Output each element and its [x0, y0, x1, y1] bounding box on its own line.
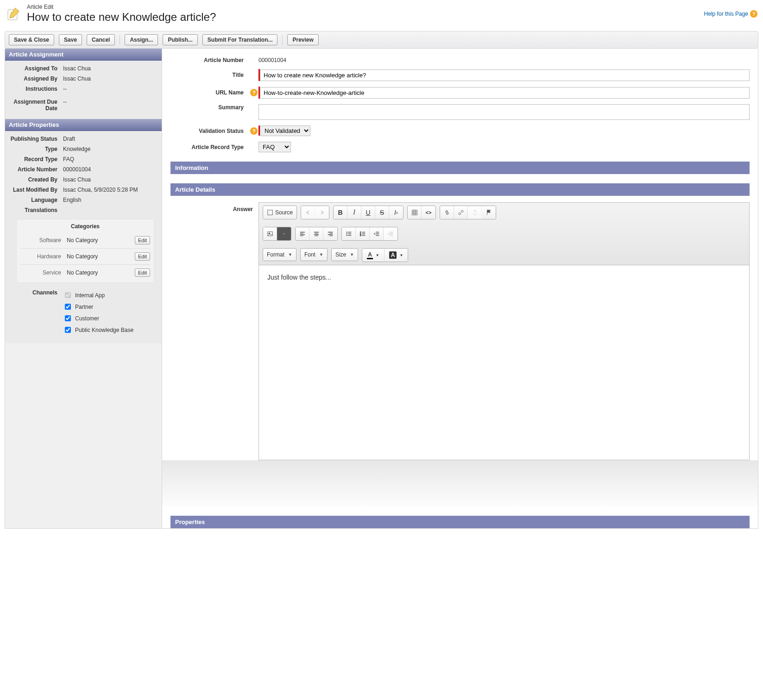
- channel-partner[interactable]: Partner: [63, 301, 133, 312]
- align-left-button[interactable]: [296, 227, 309, 240]
- article-edit-icon: [6, 6, 22, 22]
- unlink-button[interactable]: [454, 206, 468, 219]
- help-tooltip-icon[interactable]: ?: [250, 89, 258, 96]
- instructions-label: Instructions: [10, 86, 63, 92]
- type-value: Knowledge: [63, 146, 90, 152]
- remove-format-button[interactable]: Ix: [389, 206, 403, 219]
- bullet-list-button[interactable]: [342, 227, 356, 240]
- save-button[interactable]: Save: [59, 34, 82, 45]
- channel-checkbox[interactable]: [65, 304, 71, 310]
- underline-button[interactable]: U: [361, 206, 375, 219]
- font-dropdown[interactable]: Font▼: [300, 248, 328, 261]
- editor-toolbar: Source B I U S Ix: [259, 203, 749, 265]
- page-subtitle: Article Edit: [27, 4, 216, 10]
- channel-checkbox[interactable]: [65, 292, 71, 298]
- align-center-button[interactable]: [309, 227, 323, 240]
- page-title: How to create new Knowledge article?: [27, 11, 216, 24]
- last-mod-value: Issac Chua, 5/9/2020 5:28 PM: [63, 187, 138, 193]
- channel-public-kb[interactable]: Public Knowledge Base: [63, 324, 133, 336]
- svg-point-5: [474, 210, 476, 212]
- strike-button[interactable]: S: [375, 206, 389, 219]
- record-type-value: FAQ: [63, 156, 74, 162]
- format-dropdown[interactable]: Format▼: [263, 248, 296, 261]
- svg-rect-1: [268, 210, 273, 215]
- url-name-input[interactable]: [260, 87, 750, 99]
- outdent-button[interactable]: [370, 227, 384, 240]
- flag-button[interactable]: [482, 206, 496, 219]
- article-record-type-label: Article Record Type: [170, 144, 249, 150]
- link-button[interactable]: [440, 206, 454, 219]
- toolbar-separator: [282, 35, 283, 44]
- code-button[interactable]: <>: [422, 206, 435, 219]
- category-row-hardware: Hardware No Category Edit: [20, 249, 150, 265]
- bg-color-button[interactable]: A▼: [385, 249, 408, 262]
- bold-button[interactable]: B: [334, 206, 347, 219]
- properties-section-bar: Properties: [170, 516, 750, 528]
- channels-row: Channels Internal App Partner Customer P…: [10, 287, 157, 338]
- due-value: --: [63, 99, 67, 112]
- url-name-label: URL Name: [170, 89, 249, 96]
- source-button[interactable]: Source: [263, 206, 296, 219]
- edit-category-button[interactable]: Edit: [135, 269, 150, 277]
- svg-rect-2: [412, 210, 417, 215]
- channel-checkbox[interactable]: [65, 327, 71, 333]
- help-tooltip-icon[interactable]: ?: [250, 127, 258, 135]
- instructions-value: --: [63, 86, 67, 92]
- anchor-button[interactable]: [468, 206, 482, 219]
- article-assignment-header: Article Assignment: [5, 49, 162, 61]
- main-panel: Article Number 000001004 Title URL Name …: [162, 49, 758, 529]
- categories-box: Categories Software No Category Edit Har…: [16, 219, 154, 283]
- category-value: No Category: [67, 253, 135, 260]
- publish-button[interactable]: Publish...: [163, 34, 197, 45]
- video-button[interactable]: [277, 227, 291, 240]
- last-mod-label: Last Modified By: [10, 187, 63, 193]
- assigned-to-label: Assigned To: [10, 65, 63, 72]
- number-list-button[interactable]: 123: [356, 227, 370, 240]
- category-label: Service: [20, 269, 67, 276]
- channel-customer[interactable]: Customer: [63, 312, 133, 324]
- article-properties-header: Article Properties: [5, 119, 162, 131]
- align-right-button[interactable]: [323, 227, 337, 240]
- size-dropdown[interactable]: Size▼: [331, 248, 358, 261]
- article-number-value: 000001004: [259, 57, 750, 63]
- table-button[interactable]: [408, 206, 422, 219]
- category-value: No Category: [67, 237, 135, 244]
- summary-textarea[interactable]: [259, 104, 750, 120]
- title-input[interactable]: [260, 69, 750, 81]
- type-label: Type: [10, 146, 63, 152]
- article-details-section-bar: Article Details: [170, 183, 750, 196]
- editor-content-area[interactable]: Just follow the steps...: [259, 265, 749, 460]
- validation-status-label: Validation Status: [170, 128, 249, 134]
- pub-status-label: Publishing Status: [10, 136, 63, 142]
- svg-text:3: 3: [359, 234, 361, 237]
- created-by-label: Created By: [10, 176, 63, 183]
- assign-button[interactable]: Assign...: [125, 34, 158, 45]
- cancel-button[interactable]: Cancel: [87, 34, 115, 45]
- image-button[interactable]: [263, 227, 277, 240]
- category-row-service: Service No Category Edit: [20, 265, 150, 281]
- language-value: English: [63, 197, 81, 203]
- title-field-label: Title: [170, 72, 249, 78]
- summary-label: Summary: [170, 104, 249, 111]
- side-article-number-label: Article Number: [10, 166, 63, 173]
- article-properties-body: Publishing StatusDraft TypeKnowledge Rec…: [5, 131, 162, 343]
- redo-button[interactable]: [315, 206, 329, 219]
- required-indicator: [259, 125, 260, 136]
- help-link[interactable]: Help for this Page ?: [704, 10, 757, 18]
- article-record-type-select[interactable]: FAQ: [259, 142, 291, 152]
- validation-status-select[interactable]: Not Validated: [260, 125, 310, 136]
- edit-category-button[interactable]: Edit: [135, 252, 150, 261]
- save-close-button[interactable]: Save & Close: [9, 34, 54, 45]
- text-color-button[interactable]: A▼: [362, 249, 385, 262]
- italic-button[interactable]: I: [347, 206, 361, 219]
- channel-internal-app[interactable]: Internal App: [63, 289, 133, 301]
- channels-label: Channels: [10, 289, 63, 336]
- indent-button[interactable]: [384, 227, 397, 240]
- edit-category-button[interactable]: Edit: [135, 236, 150, 244]
- submit-translation-button[interactable]: Submit For Translation...: [202, 34, 278, 45]
- undo-button[interactable]: [301, 206, 315, 219]
- channel-checkbox[interactable]: [65, 315, 71, 321]
- page-titles: Article Edit How to create new Knowledge…: [27, 4, 216, 24]
- preview-button[interactable]: Preview: [287, 34, 318, 45]
- side-article-number-value: 000001004: [63, 166, 91, 173]
